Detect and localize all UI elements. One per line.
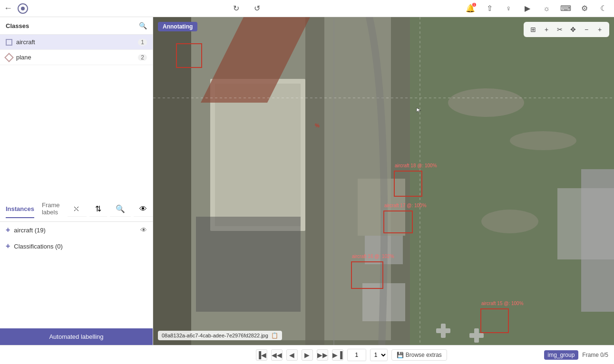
zoom-out-button[interactable]: +: [594, 24, 605, 35]
svg-rect-23: [474, 328, 479, 343]
sort-icon[interactable]: ⇅: [89, 201, 107, 217]
classifications-instance-label: Classifications (0): [14, 243, 147, 250]
bottom-toolbar: ▐◀ ◀◀ ◀ ▶ ▶▶ ▶▐ 1 💾 Browse extras img_gr…: [0, 345, 614, 364]
satellite-scene: aircraft 18 @: 100% aircraft 17 @: 100% …: [153, 17, 614, 345]
copy-filename-button[interactable]: 📋: [271, 332, 278, 339]
satellite-image: [153, 17, 614, 345]
center-toolbar-group: ↻ ↺: [31, 2, 462, 15]
frame-number-input[interactable]: [347, 349, 366, 361]
frame-counter: Frame 0/5: [582, 352, 608, 358]
zoom-in-button[interactable]: −: [581, 24, 592, 35]
brightness-button[interactable]: ☼: [540, 2, 553, 15]
add-aircraft-button[interactable]: +: [6, 226, 10, 234]
eye-icon[interactable]: 👁: [134, 202, 153, 217]
back-button[interactable]: ←: [4, 3, 12, 13]
browse-extras-button[interactable]: 💾 Browse extras: [391, 349, 447, 361]
filter-icon[interactable]: ⛌: [68, 202, 87, 217]
add-button[interactable]: +: [541, 24, 552, 35]
aircraft-instance-label: aircraft (19): [14, 227, 136, 234]
keyboard-button[interactable]: ⌨: [559, 2, 572, 15]
svg-rect-8: [196, 217, 301, 312]
nav-first-button[interactable]: ▐◀: [256, 349, 267, 361]
settings-button[interactable]: ⚙: [578, 2, 591, 15]
share-button[interactable]: ⇧: [483, 2, 496, 15]
cut-button[interactable]: ✂: [554, 24, 565, 35]
top-toolbar: ← ↻ ↺ 🔔 1 ⇧ ♀ ▶ ☼ ⌨ ⚙ ☾: [0, 0, 614, 17]
right-toolbar-group: 🔔 1 ⇧ ♀ ▶ ☼ ⌨ ⚙ ☾: [464, 2, 610, 15]
filename-bar: 08a8132a-a6c7-4cab-adee-7e2976fd2822.jpg…: [158, 331, 282, 340]
svg-rect-4: [215, 84, 301, 226]
expand-button[interactable]: ✥: [567, 24, 579, 35]
image-button[interactable]: ▶: [521, 2, 534, 15]
dark-mode-button[interactable]: ☾: [597, 2, 610, 15]
canvas-toolbar: ⊞ + ✂ ✥ − +: [524, 22, 609, 37]
select-all-button[interactable]: ⊞: [527, 24, 539, 35]
svg-rect-21: [441, 324, 446, 338]
undo-button[interactable]: ↻: [230, 2, 243, 15]
main-content: Classes 🔍 aircraft 1 plane 2 Instances F…: [0, 17, 614, 345]
plane-class-name: plane: [16, 54, 134, 61]
left-toolbar-group: ←: [4, 2, 29, 15]
aircraft-class-name: aircraft: [16, 38, 134, 46]
classes-spacer: [0, 65, 153, 197]
auto-label-button[interactable]: Automated labelling: [0, 328, 153, 345]
bottom-center-area: ▐◀ ◀◀ ◀ ▶ ▶▶ ▶▐ 1 💾 Browse extras: [163, 349, 540, 361]
svg-rect-14: [557, 188, 614, 259]
tag-button[interactable]: ♀: [502, 2, 515, 15]
classes-header: Classes 🔍: [0, 17, 153, 35]
svg-point-12: [481, 210, 538, 233]
tab-instances[interactable]: Instances: [6, 201, 34, 218]
aircraft-class-count: 1: [138, 39, 147, 46]
nav-prev-button[interactable]: ◀: [286, 349, 298, 361]
instances-tabs: Instances Frame labels ⛌ ⇅ 🔍 👁: [0, 197, 153, 222]
class-item-aircraft[interactable]: aircraft 1: [0, 35, 153, 50]
sidebar: Classes 🔍 aircraft 1 plane 2 Instances F…: [0, 17, 153, 345]
svg-rect-6: [305, 17, 324, 345]
notification-badge: 1: [472, 3, 476, 7]
tab-frame-labels[interactable]: Frame labels: [42, 197, 60, 221]
search-instances-icon[interactable]: 🔍: [110, 201, 131, 217]
classes-title: Classes: [6, 22, 29, 29]
add-classification-button[interactable]: +: [6, 242, 10, 250]
aircraft-class-icon: [6, 39, 12, 46]
svg-point-10: [448, 88, 524, 117]
browse-extras-icon: 💾: [397, 352, 404, 358]
instances-section: Instances Frame labels ⛌ ⇅ 🔍 👁 + aircraf…: [0, 197, 153, 328]
svg-point-11: [510, 131, 576, 150]
percent-label: %: [315, 123, 320, 128]
redo-button[interactable]: ↺: [251, 2, 264, 15]
nav-next-button[interactable]: ▶: [302, 349, 313, 361]
logo: [16, 2, 29, 15]
frame-select[interactable]: 1: [370, 349, 388, 361]
canvas-area[interactable]: Annotating: [153, 17, 614, 345]
plane-class-icon: [4, 53, 14, 62]
class-item-plane[interactable]: plane 2: [0, 50, 153, 65]
browse-extras-label: Browse extras: [406, 352, 442, 358]
aircraft-visibility-button[interactable]: 👁: [140, 226, 147, 234]
nav-last-button[interactable]: ▶▐: [332, 349, 343, 361]
svg-rect-5: [153, 17, 191, 345]
filename-text: 08a8132a-a6c7-4cab-adee-7e2976fd2822.jpg: [162, 333, 268, 338]
bottom-right-area: img_group Frame 0/5: [544, 350, 608, 360]
nav-prev-fast-button[interactable]: ◀◀: [271, 349, 283, 361]
annotating-badge: Annotating: [158, 22, 197, 31]
img-group-badge: img_group: [544, 350, 579, 360]
plane-class-count: 2: [138, 54, 147, 61]
notification-button[interactable]: 🔔 1: [464, 2, 477, 15]
instance-group-aircraft[interactable]: + aircraft (19) 👁: [0, 222, 153, 238]
nav-next-fast-button[interactable]: ▶▶: [317, 349, 328, 361]
instance-group-classifications[interactable]: + Classifications (0): [0, 238, 153, 254]
search-classes-button[interactable]: 🔍: [139, 22, 147, 29]
